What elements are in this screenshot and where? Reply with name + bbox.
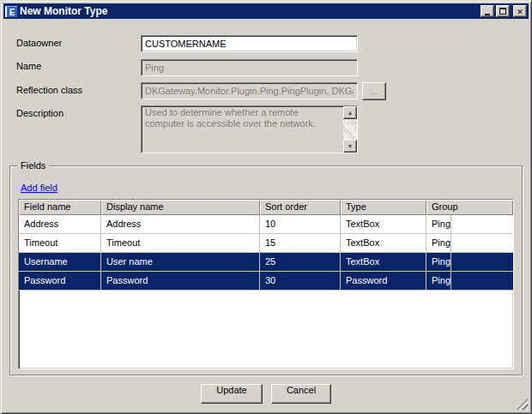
reflection-class-input [141,82,358,99]
table-cell: Timeout [101,234,260,252]
table-cell: 10 [260,215,341,233]
table-cell: Ping [426,253,451,271]
table-cell: 25 [260,253,341,271]
table-cell: Password [341,272,426,290]
close-button[interactable] [513,5,527,17]
table-cell: TextBox [341,234,426,252]
title-bar[interactable]: E New Monitor Type [3,3,529,19]
table-row[interactable]: TimeoutTimeout15TextBoxPing [19,234,513,253]
description-textarea: Used to determine whether a remote compu… [141,105,358,153]
table-cell: Password [101,272,260,290]
table-cell: Username [19,253,101,271]
table-cell: 15 [260,234,341,252]
close-icon [517,6,523,16]
update-button[interactable]: Update [201,384,263,404]
table-cell: Address [19,215,101,233]
table-cell: Ping [426,215,451,233]
fields-table: Field name Display name Sort order Type … [18,199,514,369]
table-row[interactable]: UsernameUser name25TextBoxPing [19,253,513,272]
table-cell: User name [101,253,260,271]
column-header-type[interactable]: Type [341,200,426,215]
fields-table-body: AddressAddress10TextBoxPingTimeoutTimeou… [19,215,513,291]
table-header-row: Field name Display name Sort order Type … [19,200,513,215]
add-field-link[interactable]: Add field [21,183,57,193]
column-header-display-name[interactable]: Display name [101,200,260,215]
resize-grip-icon[interactable] [517,399,528,410]
scroll-up-icon [343,106,357,119]
table-cell: 30 [260,272,341,290]
dataowner-input[interactable] [141,35,358,52]
browse-button: ... [362,82,386,100]
table-row[interactable]: PasswordPassword30PasswordPing [19,272,513,291]
table-cell: Password [19,272,101,290]
name-label: Name [16,61,41,71]
name-input [141,59,358,76]
column-header-field-name[interactable]: Field name [19,200,101,215]
reflection-class-label: Reflection class [16,85,82,95]
column-header-group[interactable]: Group [426,200,513,215]
window-title: New Monitor Type [20,5,479,17]
app-icon: E [5,6,17,17]
minimize-button[interactable] [481,5,494,17]
table-cell: Timeout [19,234,101,252]
cancel-button[interactable]: Cancel [271,384,331,404]
table-cell: TextBox [341,215,426,233]
description-text: Used to determine whether a remote compu… [142,106,343,153]
table-cell: Ping [426,272,451,290]
description-scrollbar [343,106,357,153]
description-label: Description [16,108,63,118]
minimize-icon [485,14,490,15]
table-cell: Ping [426,234,451,252]
maximize-button[interactable] [496,5,510,17]
scroll-down-icon [343,140,357,153]
table-cell: TextBox [341,253,426,271]
column-header-sort-order[interactable]: Sort order [260,200,341,215]
dataowner-label: Dataowner [16,38,62,48]
table-row[interactable]: AddressAddress10TextBoxPing [19,215,513,234]
dialog-window: E New Monitor Type Dataowner Name Reflec… [0,0,532,414]
fields-groupbox-title: Fields [17,160,49,171]
maximize-icon [499,8,506,15]
table-cell: Address [101,215,260,233]
